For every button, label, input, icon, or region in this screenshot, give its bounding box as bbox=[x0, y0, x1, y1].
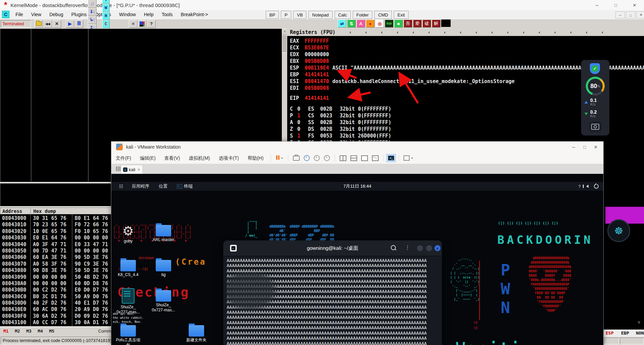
quick-button[interactable]: Exit bbox=[394, 11, 409, 19]
vmware-menu-item[interactable]: 选项卡(T) bbox=[214, 155, 243, 161]
view-letter-button[interactable]: H bbox=[102, 12, 110, 20]
snapshot-revert-button[interactable] bbox=[314, 155, 320, 161]
unity-mode-button[interactable] bbox=[372, 155, 379, 161]
hexdump-pane[interactable]: 0804300030 31 65 76B0 E1 64 76 080430107… bbox=[0, 214, 114, 326]
vmware-menu-item[interactable]: 查看(V) bbox=[160, 155, 185, 161]
fullscreen-button[interactable]: ▼ bbox=[404, 155, 413, 161]
vmware-menu-item[interactable]: 编辑(E) bbox=[136, 155, 160, 161]
terminal-maximize-button[interactable] bbox=[426, 245, 432, 251]
show-library-button[interactable] bbox=[340, 155, 346, 161]
console-view-button[interactable]: >_ bbox=[386, 154, 396, 162]
tab-m3[interactable]: M3 bbox=[26, 329, 32, 334]
plugin-target-button[interactable]: ◎ bbox=[375, 20, 384, 28]
quick-button[interactable]: CMD bbox=[374, 11, 392, 19]
vmware-titlebar[interactable]: kali - VMware Workstation ─ □ ✕ bbox=[111, 142, 603, 152]
hexdump-col-address[interactable]: Address bbox=[2, 208, 22, 214]
close-process-button[interactable]: ✕ bbox=[52, 20, 61, 28]
menu-item[interactable]: BreakPoint-> bbox=[177, 12, 212, 17]
plugin-cn-button[interactable]: 爱 bbox=[413, 20, 422, 28]
plugin-updown-button[interactable]: ⇅ bbox=[347, 20, 356, 28]
screenshot-button[interactable] bbox=[589, 121, 601, 132]
desktop-icon-new-folder[interactable]: 新建文件夹 bbox=[181, 325, 212, 343]
ebp-label[interactable]: EBP bbox=[621, 331, 629, 336]
menu-item[interactable]: Window bbox=[115, 12, 140, 17]
scroll-down-icon[interactable]: ∨ bbox=[636, 319, 642, 326]
desktop-icon-goby[interactable]: ⚙ goby bbox=[113, 224, 143, 244]
menu-item[interactable]: Debug bbox=[45, 12, 67, 17]
show-statusbar-button[interactable] bbox=[361, 155, 368, 161]
menu-item[interactable]: File bbox=[11, 12, 27, 17]
view-letter-button[interactable]: W bbox=[102, 4, 110, 12]
quick-button[interactable]: VB bbox=[293, 11, 306, 19]
quick-button[interactable]: P bbox=[281, 11, 291, 19]
restart-button[interactable]: ◀◀ bbox=[43, 20, 52, 28]
tab-m5[interactable]: M5 bbox=[49, 329, 54, 334]
maximize-button[interactable]: □ bbox=[606, 0, 625, 10]
help-icon[interactable]: ? bbox=[147, 20, 156, 28]
quick-button[interactable]: Calc bbox=[335, 11, 351, 19]
tab-kali[interactable]: k kali ✕ bbox=[121, 165, 143, 174]
memory-usage-ring[interactable]: 80% bbox=[586, 77, 605, 95]
desktop-gadget-icon[interactable]: ☸ bbox=[607, 219, 630, 242]
step-button[interactable]: ⇓: bbox=[88, 8, 97, 16]
appearance-icon[interactable] bbox=[138, 20, 147, 28]
minimize-button[interactable]: ─ bbox=[588, 0, 606, 10]
library-icon[interactable] bbox=[116, 166, 121, 171]
hexdump-col-hex[interactable]: Hex dump bbox=[33, 208, 56, 214]
mdi-window-button[interactable]: □ bbox=[626, 11, 635, 18]
registers-panel-header[interactable]: Registers (FPU) ‹ ‹ ‹ ‹ ‹ ‹ ‹ ‹ ‹ ‹ ‹ ‹ … bbox=[287, 29, 644, 36]
plugin-010-button[interactable]: 010 bbox=[385, 20, 393, 28]
vmware-minimize-button[interactable]: ─ bbox=[568, 142, 579, 152]
terminal-close-button[interactable]: x bbox=[434, 245, 441, 251]
run-button[interactable]: ▶ bbox=[66, 20, 74, 28]
plugin-a-button[interactable]: A bbox=[356, 20, 365, 28]
view-letter-button[interactable]: C bbox=[102, 20, 110, 28]
terminal-output[interactable]: AAAAAAAAAAAAAAAAAAAAAAAAAAAAAAAAAAAAAAAA… bbox=[223, 256, 442, 345]
power-icon[interactable] bbox=[594, 184, 599, 189]
desktop-icon-k8-cs[interactable]: K8_CS_4.4 bbox=[113, 260, 143, 277]
menu-item[interactable]: Help bbox=[140, 12, 158, 17]
mdi-window-button[interactable]: ─ bbox=[615, 11, 625, 18]
tab-close-icon[interactable]: ✕ bbox=[138, 168, 140, 171]
view-letter-button[interactable]: T bbox=[102, 0, 110, 4]
menu-dots-icon[interactable]: ⋮ bbox=[405, 244, 410, 251]
plugin-square-button[interactable]: ■ bbox=[394, 20, 403, 28]
vmware-menu-item[interactable]: 文件(F) bbox=[111, 155, 136, 161]
clock[interactable]: 7月11日 16:44 bbox=[111, 183, 603, 189]
desktop-icon-pofu[interactable]: Pofu工具压缩包 bbox=[113, 325, 143, 345]
mdi-window-button[interactable]: ✕ bbox=[636, 11, 644, 18]
menu-item[interactable]: Tools bbox=[158, 12, 177, 17]
volume-icon[interactable] bbox=[586, 185, 589, 188]
vmware-menu-item[interactable]: 帮助(H) bbox=[243, 155, 268, 161]
snapshot-manager-button[interactable] bbox=[324, 155, 330, 161]
desktop-icon-tig[interactable]: tig bbox=[148, 260, 179, 277]
vm-pause-button[interactable]: ▼ bbox=[276, 155, 283, 161]
help-icon[interactable]: ? bbox=[578, 184, 581, 189]
performance-overlay-widget[interactable]: ✓ 80% 0.1K/s 0.2K/s bbox=[581, 60, 609, 136]
desktop-icon-shuize-folder[interactable]: ShuiZe_0x727-mas... bbox=[148, 290, 179, 313]
snapshot-take-button[interactable] bbox=[304, 155, 310, 161]
open-file-button[interactable] bbox=[34, 20, 43, 28]
terminal-minimize-button[interactable] bbox=[417, 245, 423, 251]
desktop-icon-shuize-doc[interactable]: ShuiZe_0x727-mas... bbox=[113, 288, 143, 315]
tab-m4[interactable]: M4 bbox=[38, 329, 43, 334]
show-thumbnails-button[interactable] bbox=[350, 155, 357, 161]
menu-item[interactable]: View bbox=[27, 12, 45, 17]
vmware-close-button[interactable]: ✕ bbox=[590, 142, 601, 152]
step-button[interactable]: ↓: bbox=[88, 0, 97, 8]
send-ctrl-alt-del-button[interactable] bbox=[293, 156, 300, 161]
plugin-cn-button[interactable]: 破 bbox=[422, 20, 431, 28]
quick-button[interactable]: Folder bbox=[353, 11, 373, 19]
debugger-titlebar[interactable]: * KernelMode - dostackbufferoverflowgood… bbox=[0, 0, 644, 10]
close-button[interactable]: ✕ bbox=[625, 0, 644, 10]
scrollbar-thumb[interactable] bbox=[282, 35, 287, 53]
cpu-window-icon[interactable]: C bbox=[2, 11, 9, 18]
terminal-titlebar[interactable]: >_ gowninng@kali: ~/桌面 ⋮ x bbox=[223, 240, 442, 256]
quick-button[interactable]: BP bbox=[266, 11, 279, 19]
plugin-dot-button[interactable]: ● bbox=[366, 20, 375, 28]
search-icon[interactable] bbox=[391, 245, 396, 250]
plugin-cn-button[interactable]: 吾 bbox=[404, 20, 412, 28]
desktop-icon-arl-master[interactable]: ARL-master bbox=[148, 225, 179, 242]
plugin-swap-button[interactable]: ⇄ bbox=[338, 20, 346, 28]
esp-label[interactable]: ESP bbox=[606, 331, 613, 336]
